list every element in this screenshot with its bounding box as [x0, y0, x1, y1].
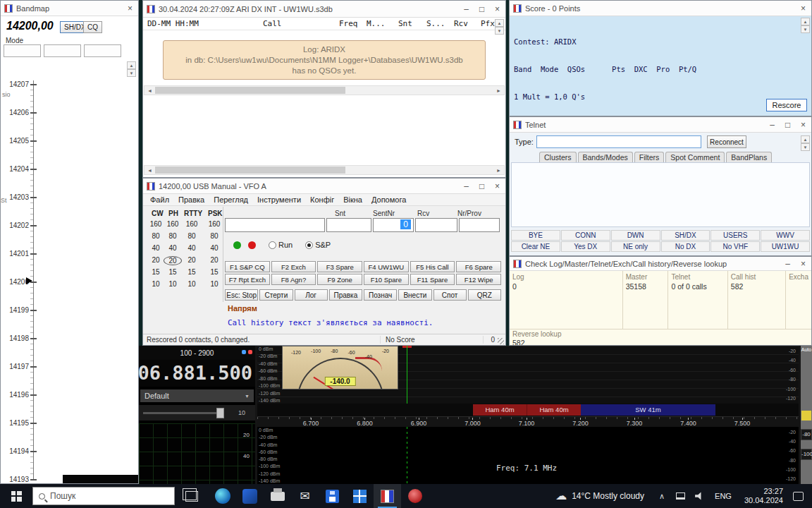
level-box[interactable]: -100	[801, 449, 812, 460]
spin-down-icon[interactable]: ▼	[801, 25, 810, 33]
frequency-label[interactable]: 14198	[1, 334, 29, 363]
frequency-label[interactable]: 14194	[1, 447, 29, 476]
cq-button[interactable]: CQ	[83, 21, 102, 33]
telnet-command-button[interactable]: UW1WU	[761, 241, 810, 252]
ham-band-block[interactable]: Ham 40m Ham 40m	[473, 404, 581, 416]
column-header[interactable]: S...	[426, 19, 445, 28]
band-cell[interactable]: 80	[164, 232, 182, 241]
minimize-icon[interactable]: –	[768, 120, 777, 130]
menu-item[interactable]: Конфіг	[310, 195, 334, 205]
minimize-icon[interactable]: –	[462, 4, 471, 14]
function-key-button[interactable]: F1 S&P CQ	[225, 261, 270, 272]
band-cell[interactable]: 160	[205, 220, 223, 229]
band-cell[interactable]: 80	[205, 232, 223, 241]
function-key-button[interactable]: F2 Exch	[271, 261, 316, 272]
auto-label[interactable]: Auto	[801, 347, 812, 352]
spin-down-icon[interactable]: ▼	[127, 69, 136, 77]
band-cell[interactable]: 20	[164, 256, 182, 265]
entry-titlebar[interactable]: 14200,00 USB Manual - VFO A – □ ×	[143, 179, 505, 194]
telnet-command-button[interactable]: BYE	[511, 230, 560, 241]
close-icon[interactable]: ×	[799, 4, 808, 13]
task-view-icon[interactable]	[185, 491, 198, 502]
band-cell[interactable]: 160	[183, 220, 201, 229]
scrollbar-thumb[interactable]	[155, 167, 345, 174]
frequency-label[interactable]: 14196	[1, 391, 29, 419]
run-radio[interactable]: Run	[262, 241, 293, 249]
snt-field[interactable]	[326, 218, 371, 232]
function-key-button[interactable]: F6 Spare	[456, 261, 501, 272]
frequency-label[interactable]: 14200	[1, 278, 29, 306]
action-button[interactable]: QRZ	[468, 289, 501, 301]
start-button[interactable]	[0, 484, 32, 508]
band-cell[interactable]: 40	[205, 244, 223, 253]
rcv-field[interactable]	[415, 218, 457, 232]
band-cell[interactable]: 20	[205, 256, 223, 265]
notification-center-icon[interactable]	[793, 492, 804, 501]
radio-selected-icon[interactable]	[305, 241, 313, 249]
network-icon[interactable]	[676, 492, 685, 500]
function-key-button[interactable]: F8 Agn?	[271, 274, 316, 285]
menu-item[interactable]: Інструменти	[257, 195, 301, 205]
close-icon[interactable]: ×	[493, 181, 502, 191]
band-cell[interactable]: 15	[164, 268, 182, 277]
sentnr-field[interactable]: 0	[373, 218, 414, 232]
band-cell[interactable]: 20	[183, 256, 201, 265]
telnet-command-button[interactable]: SH/DX	[661, 230, 710, 241]
band-cell[interactable]: 160	[164, 220, 182, 229]
function-key-button[interactable]: F7 Rpt Exch	[225, 274, 270, 285]
frequency-label[interactable]: 14201	[1, 250, 29, 278]
frequency-label[interactable]: 14197	[1, 363, 29, 391]
profile-dropdown[interactable]: Default ▼	[140, 389, 254, 402]
action-button[interactable]: Правка	[329, 289, 362, 301]
language-indicator[interactable]: ENG	[708, 492, 738, 500]
band-cell[interactable]: 15	[147, 268, 165, 277]
telnet-command-button[interactable]: No VHF	[710, 241, 760, 252]
menu-item[interactable]: Перегляд	[214, 195, 248, 205]
scrollbar-thumb[interactable]	[155, 87, 345, 94]
band-cell[interactable]: 160	[147, 220, 165, 229]
band-cell[interactable]: 80	[147, 232, 165, 241]
telnet-tab[interactable]: Bands/Modes	[578, 152, 633, 163]
function-key-button[interactable]: F4 UW1WU	[364, 261, 409, 272]
action-button[interactable]: Внести	[398, 289, 431, 301]
band-cell[interactable]: 20	[147, 256, 165, 265]
telnet-command-button[interactable]: No DX	[661, 241, 710, 252]
band-cell[interactable]: 10	[205, 280, 223, 289]
bandmap-combo-1[interactable]	[4, 44, 41, 57]
telnet-command-button[interactable]: DWN	[611, 230, 660, 241]
taskbar-app-edge[interactable]	[209, 484, 236, 508]
weather-widget[interactable]: ☁ 14°C Mostly cloudy	[547, 490, 653, 502]
resize-grip[interactable]	[498, 338, 504, 344]
column-header[interactable]: Call	[263, 19, 282, 28]
telnet-command-button[interactable]: Clear NE	[511, 241, 560, 252]
band-cell[interactable]: 10	[183, 280, 201, 289]
scroll-left-icon[interactable]: ◄	[144, 86, 155, 95]
spin-down-icon[interactable]: ▼	[801, 143, 810, 151]
taskbar-search[interactable]	[32, 487, 175, 505]
telnet-type-input[interactable]	[536, 135, 701, 148]
taskbar-app-n1mm[interactable]	[374, 484, 401, 508]
spin-down-icon[interactable]: ▼	[495, 27, 504, 35]
radio-icon[interactable]	[269, 241, 276, 249]
telnet-command-button[interactable]: USERS	[710, 230, 760, 241]
taskbar-app-window[interactable]	[346, 484, 374, 508]
band-cell[interactable]: 10	[147, 280, 165, 289]
close-icon[interactable]: ×	[799, 120, 808, 130]
level-slider-thumb[interactable]	[801, 411, 811, 421]
band-cell[interactable]: 40	[183, 244, 201, 253]
minimize-icon[interactable]: –	[462, 181, 471, 191]
check-titlebar[interactable]: Check Log/Master/Telnet/Exch/Call histor…	[510, 257, 811, 271]
bandmap-combo-2[interactable]	[44, 44, 81, 57]
frequency-label[interactable]: 14205	[1, 137, 29, 165]
slider-thumb[interactable]	[216, 408, 224, 418]
telnet-tab[interactable]: Clusters	[539, 152, 577, 163]
action-button[interactable]: Лог	[295, 289, 328, 301]
tray-overflow-icon[interactable]: ∧	[653, 492, 671, 501]
telnet-command-button[interactable]: Yes DX	[561, 241, 610, 252]
spin-up-icon[interactable]: ▲	[495, 19, 504, 27]
scroll-right-icon[interactable]: ►	[493, 166, 504, 174]
scroll-left-icon[interactable]: ◄	[144, 166, 155, 174]
function-key-button[interactable]: F11 Spare	[410, 274, 455, 285]
telnet-output-area[interactable]	[511, 162, 810, 227]
taskbar-app-save[interactable]	[319, 484, 346, 508]
